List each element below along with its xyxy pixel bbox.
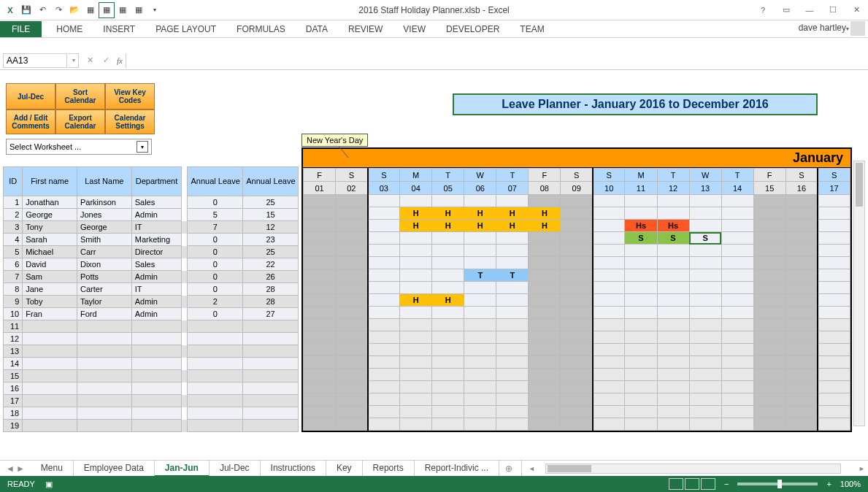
calendar-cell[interactable] — [368, 319, 400, 331]
calendar-cell[interactable] — [689, 307, 721, 319]
calendar-cell[interactable] — [593, 381, 625, 393]
calendar-cell[interactable] — [496, 369, 529, 381]
sheet-tab[interactable]: Report-Indivic ... — [415, 461, 499, 477]
calendar-cell[interactable] — [336, 393, 368, 406]
calendar-cell[interactable] — [689, 393, 721, 406]
emp-leave-remaining[interactable]: 27 — [243, 308, 299, 320]
calendar-cell[interactable] — [432, 307, 464, 319]
emp-id[interactable]: 5 — [4, 246, 23, 258]
calendar-cell[interactable] — [304, 356, 336, 369]
emp-id[interactable]: 1 — [4, 196, 23, 209]
undo-icon[interactable]: ↶ — [35, 3, 50, 18]
emp-leave-remaining[interactable]: 23 — [243, 234, 299, 246]
calendar-cell[interactable] — [304, 257, 336, 269]
maximize-icon[interactable]: ☐ — [824, 3, 842, 18]
calendar-cell[interactable] — [786, 257, 818, 269]
calendar-cell[interactable] — [336, 319, 368, 331]
calendar-cell[interactable] — [336, 356, 368, 369]
calendar-cell[interactable] — [464, 406, 496, 418]
user-avatar-icon[interactable] — [850, 21, 865, 36]
emp-firstname[interactable]: Sam — [23, 271, 77, 283]
emp-department[interactable]: Sales — [131, 258, 182, 271]
calendar-cell[interactable] — [304, 319, 336, 331]
calendar-cell[interactable] — [336, 369, 368, 381]
calendar-cell[interactable] — [529, 393, 561, 406]
calendar-cell[interactable] — [400, 245, 432, 257]
calendar-cell[interactable] — [368, 331, 400, 344]
calendar-cell[interactable] — [561, 307, 593, 319]
add-sheet-icon[interactable]: ⊕ — [499, 464, 518, 474]
calendar-cell[interactable] — [561, 344, 593, 356]
calendar-cell[interactable] — [496, 307, 529, 319]
calendar-cell[interactable] — [593, 220, 625, 232]
calendar-cell[interactable] — [400, 282, 432, 294]
calendar-cell[interactable] — [368, 282, 400, 294]
help-icon[interactable]: ? — [754, 3, 772, 18]
calendar-cell[interactable] — [721, 418, 753, 431]
sheet-tab[interactable]: Jan-Jun — [155, 461, 210, 477]
calendar-cell[interactable] — [529, 319, 561, 331]
calendar-cell[interactable] — [368, 195, 400, 207]
emp-leave-remaining[interactable]: 22 — [243, 258, 299, 271]
emp-id[interactable]: 10 — [4, 308, 23, 320]
emp-firstname[interactable]: Sarah — [23, 234, 77, 246]
calendar-cell[interactable]: Hs — [657, 220, 689, 232]
fx-label-icon[interactable]: fx — [117, 56, 123, 65]
calendar-cell[interactable] — [464, 381, 496, 393]
vertical-scrollbar[interactable] — [853, 161, 865, 426]
calendar-cell[interactable] — [786, 369, 818, 381]
calendar-cell[interactable] — [625, 406, 657, 418]
calendar-cell[interactable] — [593, 294, 625, 307]
calendar-cell[interactable] — [753, 418, 786, 431]
calendar-cell[interactable] — [336, 418, 368, 431]
calendar-cell[interactable] — [753, 207, 786, 220]
emp-leave-taken[interactable]: 0 — [188, 258, 243, 271]
calendar-cell[interactable] — [529, 232, 561, 245]
calendar-cell[interactable] — [753, 195, 786, 207]
calendar-cell[interactable] — [818, 418, 850, 431]
calendar-cell[interactable] — [368, 294, 400, 307]
calendar-cell[interactable] — [689, 381, 721, 393]
calendar-cell[interactable]: T — [464, 269, 496, 282]
emp-leave-remaining[interactable]: 15 — [243, 209, 299, 221]
emp-department[interactable]: Admin — [131, 308, 182, 320]
calendar-cell[interactable] — [529, 245, 561, 257]
calendar-cell[interactable] — [336, 220, 368, 232]
employee-table[interactable]: ID First name Last Name Department Annua… — [3, 166, 299, 432]
calendar-cell[interactable] — [561, 232, 593, 245]
calendar-cell[interactable] — [496, 418, 529, 431]
calendar-cell[interactable] — [464, 344, 496, 356]
calendar-cell[interactable] — [625, 282, 657, 294]
calendar-cell[interactable] — [721, 381, 753, 393]
calendar-cell[interactable] — [818, 344, 850, 356]
emp-leave-taken[interactable]: 0 — [188, 283, 243, 296]
calendar-cell[interactable] — [368, 257, 400, 269]
calendar-cell[interactable] — [625, 331, 657, 344]
calendar-cell[interactable] — [304, 418, 336, 431]
calendar-cell[interactable] — [593, 207, 625, 220]
calendar-cell[interactable] — [786, 381, 818, 393]
calendar-cell[interactable] — [432, 257, 464, 269]
macro-export-calendar-button[interactable]: Export Calendar — [55, 109, 105, 134]
sheet-nav-next-icon[interactable]: ► — [16, 464, 25, 474]
emp-firstname[interactable]: Jonathan — [23, 196, 77, 209]
calendar-cell[interactable] — [657, 319, 689, 331]
calendar-cell[interactable] — [657, 269, 689, 282]
calendar-cell[interactable] — [721, 319, 753, 331]
calendar-cell[interactable] — [593, 269, 625, 282]
calendar-cell[interactable] — [818, 257, 850, 269]
calendar-cell[interactable] — [304, 207, 336, 220]
calendar-cell[interactable] — [721, 195, 753, 207]
emp-leave-remaining[interactable]: 28 — [243, 283, 299, 296]
calendar-cell[interactable] — [464, 294, 496, 307]
calendar-cell[interactable] — [625, 356, 657, 369]
zoom-out-icon[interactable]: − — [724, 480, 729, 488]
minimize-icon[interactable]: — — [801, 3, 818, 18]
calendar-cell[interactable] — [689, 282, 721, 294]
calendar-cell[interactable] — [593, 331, 625, 344]
page-layout-view-icon[interactable] — [685, 478, 699, 490]
emp-leave-taken[interactable]: 0 — [188, 308, 243, 320]
calendar-cell[interactable] — [753, 245, 786, 257]
calendar-cell[interactable] — [368, 269, 400, 282]
calendar-cell[interactable] — [400, 369, 432, 381]
